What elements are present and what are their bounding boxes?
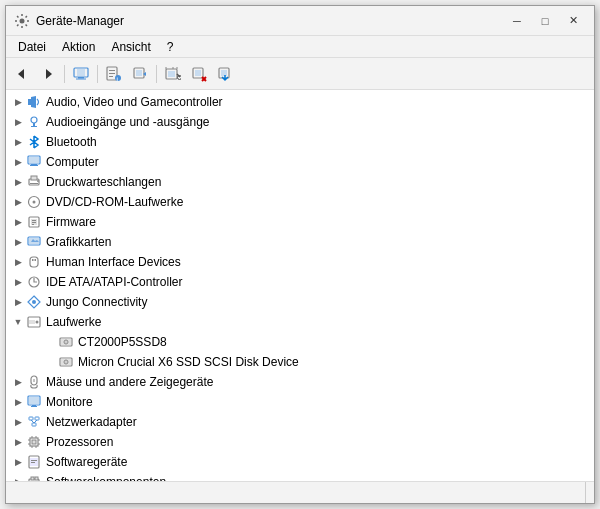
expand-computer[interactable]: ▶ (10, 154, 26, 170)
svg-rect-8 (109, 70, 115, 71)
back-button[interactable] (10, 62, 34, 86)
toolbar: i (6, 58, 594, 90)
tree-item-druckwarteschlangen[interactable]: ▶ Druckwarteschlangen (6, 172, 594, 192)
tree-item-prozessoren[interactable]: ▶ Prozessoren (6, 432, 594, 452)
svg-rect-68 (29, 417, 33, 420)
label-firmware: Firmware (46, 215, 96, 229)
expand-audio[interactable]: ▶ (10, 94, 26, 110)
expand-druckwarteschlangen[interactable]: ▶ (10, 174, 26, 190)
tree-item-bluetooth[interactable]: ▶ Bluetooth (6, 132, 594, 152)
status-panel-1 (14, 482, 586, 503)
label-audioinput: Audioeingänge und -ausgänge (46, 115, 209, 129)
maximize-button[interactable]: □ (532, 10, 558, 32)
tree-item-audioinput[interactable]: ▶ Audioeingänge und -ausgänge (6, 112, 594, 132)
tree-item-dvd[interactable]: ▶ DVD/CD-ROM-Laufwerke (6, 192, 594, 212)
menu-ansicht[interactable]: Ansicht (103, 38, 158, 56)
tree-item-netzwerk[interactable]: ▶ Netzwerkadapter (6, 412, 594, 432)
expand-softwaregeraete[interactable]: ▶ (10, 454, 26, 470)
tree-item-monitore[interactable]: ▶ Monitore (6, 392, 594, 412)
expand-ct2000 (42, 334, 58, 350)
uninstall-button[interactable] (187, 62, 211, 86)
forward-button[interactable] (36, 62, 60, 86)
svg-rect-46 (30, 257, 38, 267)
menu-aktion[interactable]: Aktion (54, 38, 103, 56)
label-audio: Audio, Video und Gamecontroller (46, 95, 223, 109)
tree-item-hid[interactable]: ▶ Human Interface Devices (6, 252, 594, 272)
svg-point-50 (32, 300, 36, 304)
expand-firmware[interactable]: ▶ (10, 214, 26, 230)
label-laufwerke: Laufwerke (46, 315, 101, 329)
svg-marker-1 (18, 69, 24, 79)
svg-rect-6 (76, 78, 86, 79)
svg-point-52 (36, 321, 39, 324)
tree-item-audio[interactable]: ▶ Audio, Video und Gamecontroller (6, 92, 594, 112)
update-driver-button[interactable] (128, 62, 152, 86)
icon-micron (58, 354, 74, 370)
tree-item-maeuse[interactable]: ▶ Mäuse und andere Zeigegeräte (6, 372, 594, 392)
icon-druckwarteschlangen (26, 174, 42, 190)
expand-ide[interactable]: ▶ (10, 274, 26, 290)
toolbar-sep-1 (64, 65, 65, 83)
svg-rect-16 (168, 71, 175, 77)
expand-audioinput[interactable]: ▶ (10, 114, 26, 130)
expand-netzwerk[interactable]: ▶ (10, 414, 26, 430)
icon-softwaregeraete (26, 454, 42, 470)
expand-monitore[interactable]: ▶ (10, 394, 26, 410)
expand-dvd[interactable]: ▶ (10, 194, 26, 210)
svg-rect-53 (29, 320, 35, 324)
icon-hid (26, 254, 42, 270)
expand-grafik[interactable]: ▶ (10, 234, 26, 250)
icon-softwarekomponenten (26, 474, 42, 481)
svg-rect-27 (31, 126, 37, 127)
tree-item-softwarekomponenten[interactable]: ▶ Softwarekomponenten (6, 472, 594, 481)
window-title: Geräte-Manager (36, 14, 124, 28)
tree-item-ide[interactable]: ▶ IDE ATA/ATAPI-Controller (6, 272, 594, 292)
tree-item-laufwerke[interactable]: ▼ Laufwerke (6, 312, 594, 332)
tree-item-softwaregeraete[interactable]: ▶ Softwaregeräte (6, 452, 594, 472)
expand-softwarekomponenten[interactable]: ▶ (10, 474, 26, 481)
label-maeuse: Mäuse und andere Zeigegeräte (46, 375, 213, 389)
svg-rect-34 (30, 183, 38, 184)
svg-rect-26 (33, 123, 35, 126)
properties-button[interactable]: i (102, 62, 126, 86)
expand-hid[interactable]: ▶ (10, 254, 26, 270)
device-tree[interactable]: ▶ Audio, Video und Gamecontroller ▶ Audi… (6, 90, 594, 481)
svg-point-25 (31, 117, 37, 123)
tree-item-firmware[interactable]: ▶ Firmware (6, 212, 594, 232)
label-grafik: Grafikkarten (46, 235, 111, 249)
tree-item-micron[interactable]: Micron Crucial X6 SSD SCSI Disk Device (6, 352, 594, 372)
label-micron: Micron Crucial X6 SSD SCSI Disk Device (78, 355, 299, 369)
svg-rect-33 (31, 176, 37, 180)
tree-item-computer[interactable]: ▶ Computer (6, 152, 594, 172)
computer-button[interactable] (69, 62, 93, 86)
expand-jungo[interactable]: ▶ (10, 294, 26, 310)
close-button[interactable]: ✕ (560, 10, 586, 32)
icon-netzwerk (26, 414, 42, 430)
icon-laufwerke (26, 314, 42, 330)
minimize-button[interactable]: ─ (504, 10, 530, 32)
tree-item-jungo[interactable]: ▶ Jungo Connectivity (6, 292, 594, 312)
tree-item-grafik[interactable]: ▶ Grafikkarten (6, 232, 594, 252)
expand-prozessoren[interactable]: ▶ (10, 434, 26, 450)
status-bar (6, 481, 594, 503)
svg-rect-47 (32, 259, 34, 261)
title-controls: ─ □ ✕ (504, 10, 586, 32)
icon-maeuse (26, 374, 42, 390)
label-monitore: Monitore (46, 395, 93, 409)
menu-datei[interactable]: Datei (10, 38, 54, 56)
toolbar-sep-3 (156, 65, 157, 83)
label-druckwarteschlangen: Druckwarteschlangen (46, 175, 161, 189)
menu-help[interactable]: ? (159, 38, 182, 56)
scan-button[interactable] (161, 62, 185, 86)
svg-rect-29 (29, 157, 39, 163)
download-button[interactable] (213, 62, 237, 86)
svg-point-57 (66, 342, 67, 343)
expand-laufwerke[interactable]: ▼ (10, 314, 26, 330)
expand-maeuse[interactable]: ▶ (10, 374, 26, 390)
icon-monitore (26, 394, 42, 410)
expand-micron (42, 354, 58, 370)
expand-bluetooth[interactable]: ▶ (10, 134, 26, 150)
tree-item-ct2000[interactable]: CT2000P5SSD8 (6, 332, 594, 352)
svg-rect-24 (28, 99, 31, 105)
label-bluetooth: Bluetooth (46, 135, 97, 149)
